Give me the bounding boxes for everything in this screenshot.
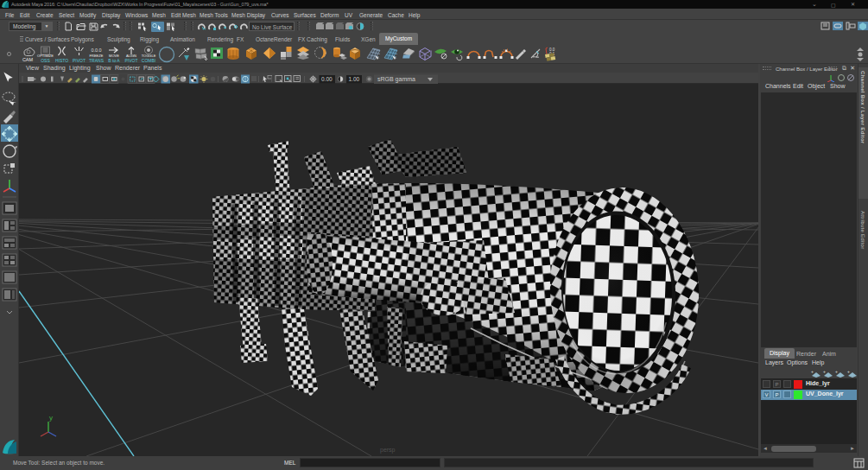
svg-text:CAM: CAM bbox=[22, 57, 34, 62]
svg-text:PIVOT: PIVOT bbox=[73, 58, 86, 63]
svg-text:0.0.0: 0.0.0 bbox=[91, 48, 101, 53]
svg-text:+: + bbox=[811, 369, 814, 374]
svg-text:OSS: OSS bbox=[41, 58, 50, 63]
svg-text:COMBI: COMBI bbox=[142, 58, 155, 63]
svg-text:1.00: 1.00 bbox=[349, 76, 360, 82]
svg-text:HISTO: HISTO bbox=[55, 58, 68, 63]
svg-text:B to A: B to A bbox=[108, 58, 120, 63]
svg-text:y: y bbox=[49, 414, 53, 422]
svg-text:PIVOT: PIVOT bbox=[124, 58, 137, 63]
svg-text:0.00: 0.00 bbox=[321, 76, 333, 82]
svg-text:sRGB gamma: sRGB gamma bbox=[377, 76, 415, 83]
svg-text:+: + bbox=[823, 369, 826, 374]
svg-text:TRANS: TRANS bbox=[89, 58, 105, 63]
svg-text:+: + bbox=[835, 369, 838, 374]
svg-text:+: + bbox=[847, 369, 850, 374]
